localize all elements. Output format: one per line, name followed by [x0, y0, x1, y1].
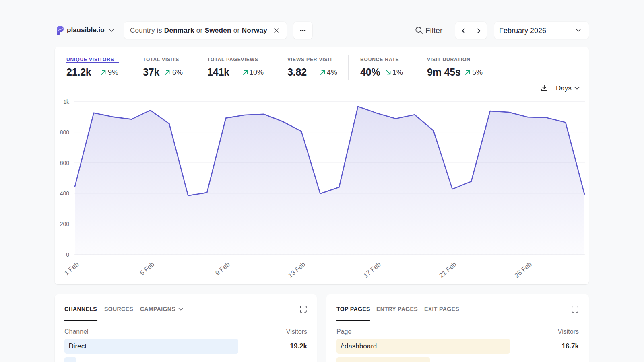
svg-text:0: 0	[66, 251, 69, 258]
svg-text:25 Feb: 25 Feb	[513, 261, 533, 279]
svg-text:9 Feb: 9 Feb	[214, 261, 231, 276]
svg-text:600: 600	[60, 160, 70, 166]
svg-text:1 Feb: 1 Feb	[63, 261, 80, 276]
svg-text:400: 400	[60, 190, 70, 197]
svg-text:1k: 1k	[63, 99, 70, 105]
svg-text:13 Feb: 13 Feb	[287, 261, 307, 279]
svg-text:21 Feb: 21 Feb	[438, 261, 458, 279]
svg-text:17 Feb: 17 Feb	[362, 261, 382, 279]
svg-text:5 Feb: 5 Feb	[138, 261, 155, 276]
svg-text:200: 200	[60, 221, 70, 227]
svg-text:800: 800	[60, 129, 70, 136]
